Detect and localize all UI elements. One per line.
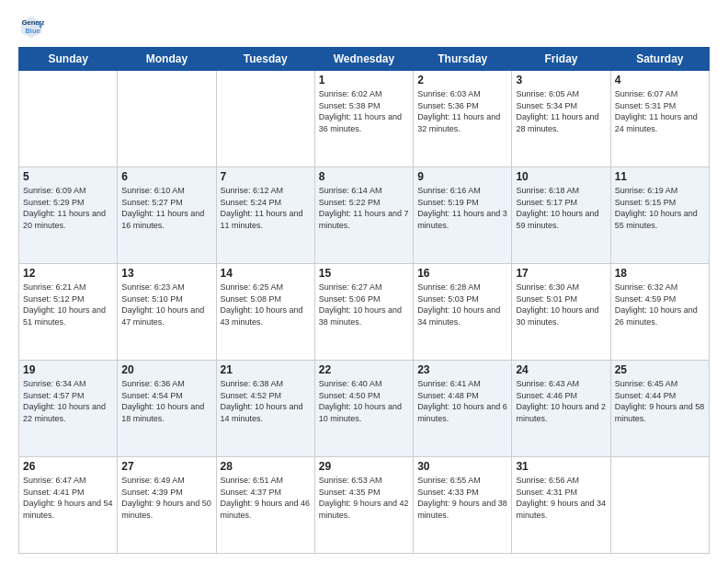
calendar-cell: 20Sunrise: 6:36 AMSunset: 4:54 PMDayligh… [118,361,216,457]
day-number: 27 [121,460,211,473]
cell-content: Sunrise: 6:45 AMSunset: 4:44 PMDaylight:… [615,378,705,424]
calendar-week-3: 12Sunrise: 6:21 AMSunset: 5:12 PMDayligh… [19,264,710,361]
page: General Blue SundayMondayTuesdayWednesda… [0,0,728,563]
calendar-cell: 21Sunrise: 6:38 AMSunset: 4:52 PMDayligh… [216,361,314,457]
cell-content: Sunrise: 6:47 AMSunset: 4:41 PMDaylight:… [23,475,113,521]
cell-content: Sunrise: 6:36 AMSunset: 4:54 PMDaylight:… [121,378,211,424]
calendar-cell: 3Sunrise: 6:05 AMSunset: 5:34 PMDaylight… [512,71,610,167]
calendar-cell: 11Sunrise: 6:19 AMSunset: 5:15 PMDayligh… [610,167,709,264]
day-number: 11 [615,170,705,183]
calendar-week-4: 19Sunrise: 6:34 AMSunset: 4:57 PMDayligh… [19,361,710,457]
cell-content: Sunrise: 6:16 AMSunset: 5:19 PMDaylight:… [417,185,507,231]
day-number: 2 [417,74,507,86]
day-number: 20 [121,363,211,376]
calendar-cell: 5Sunrise: 6:09 AMSunset: 5:29 PMDaylight… [19,167,118,264]
day-number: 5 [23,170,113,183]
cell-content: Sunrise: 6:12 AMSunset: 5:24 PMDaylight:… [221,185,311,231]
calendar-cell: 13Sunrise: 6:23 AMSunset: 5:10 PMDayligh… [118,264,216,361]
calendar-table: SundayMondayTuesdayWednesdayThursdayFrid… [18,47,710,554]
header: General Blue [18,14,710,40]
cell-content: Sunrise: 6:10 AMSunset: 5:27 PMDaylight:… [121,185,211,231]
cell-content: Sunrise: 6:55 AMSunset: 4:33 PMDaylight:… [417,475,507,521]
cell-content: Sunrise: 6:09 AMSunset: 5:29 PMDaylight:… [23,185,113,231]
svg-text:Blue: Blue [25,27,40,35]
cell-content: Sunrise: 6:23 AMSunset: 5:10 PMDaylight:… [121,282,211,327]
calendar-cell [216,71,314,167]
cell-content: Sunrise: 6:53 AMSunset: 4:35 PMDaylight:… [319,475,409,521]
day-number: 23 [417,363,507,376]
cell-content: Sunrise: 6:56 AMSunset: 4:31 PMDaylight:… [516,475,606,521]
cell-content: Sunrise: 6:27 AMSunset: 5:06 PMDaylight:… [319,282,409,327]
calendar-cell: 30Sunrise: 6:55 AMSunset: 4:33 PMDayligh… [414,457,512,554]
cell-content: Sunrise: 6:41 AMSunset: 4:48 PMDaylight:… [417,378,507,424]
cell-content: Sunrise: 6:51 AMSunset: 4:37 PMDaylight:… [221,475,311,521]
calendar-cell: 15Sunrise: 6:27 AMSunset: 5:06 PMDayligh… [314,264,413,361]
day-number: 17 [516,267,606,280]
calendar-cell: 17Sunrise: 6:30 AMSunset: 5:01 PMDayligh… [512,264,610,361]
day-header-saturday: Saturday [610,48,709,71]
day-number: 22 [319,363,409,376]
calendar-cell: 22Sunrise: 6:40 AMSunset: 4:50 PMDayligh… [314,361,413,457]
day-number: 14 [221,267,311,280]
day-number: 30 [417,460,507,473]
day-number: 4 [615,74,705,86]
cell-content: Sunrise: 6:43 AMSunset: 4:46 PMDaylight:… [516,378,606,424]
calendar-cell: 31Sunrise: 6:56 AMSunset: 4:31 PMDayligh… [512,457,610,554]
calendar-week-5: 26Sunrise: 6:47 AMSunset: 4:41 PMDayligh… [19,457,710,554]
calendar-week-2: 5Sunrise: 6:09 AMSunset: 5:29 PMDaylight… [19,167,710,264]
day-header-friday: Friday [512,48,610,71]
cell-content: Sunrise: 6:07 AMSunset: 5:31 PMDaylight:… [615,88,705,134]
calendar-cell: 26Sunrise: 6:47 AMSunset: 4:41 PMDayligh… [19,457,118,554]
calendar-cell: 10Sunrise: 6:18 AMSunset: 5:17 PMDayligh… [512,167,610,264]
logo: General Blue [18,14,48,40]
calendar-cell: 19Sunrise: 6:34 AMSunset: 4:57 PMDayligh… [19,361,118,457]
calendar-cell: 18Sunrise: 6:32 AMSunset: 4:59 PMDayligh… [610,264,709,361]
calendar-cell: 27Sunrise: 6:49 AMSunset: 4:39 PMDayligh… [118,457,216,554]
calendar-cell [610,457,709,554]
day-number: 10 [516,170,606,183]
calendar-cell: 6Sunrise: 6:10 AMSunset: 5:27 PMDaylight… [118,167,216,264]
calendar-cell [19,71,118,167]
day-number: 29 [319,460,409,473]
day-header-sunday: Sunday [19,48,118,71]
day-header-monday: Monday [118,48,216,71]
day-number: 9 [417,170,507,183]
cell-content: Sunrise: 6:03 AMSunset: 5:36 PMDaylight:… [417,88,507,134]
calendar-cell: 29Sunrise: 6:53 AMSunset: 4:35 PMDayligh… [314,457,413,554]
calendar-cell: 25Sunrise: 6:45 AMSunset: 4:44 PMDayligh… [610,361,709,457]
cell-content: Sunrise: 6:02 AMSunset: 5:38 PMDaylight:… [319,88,409,134]
day-number: 25 [615,363,705,376]
calendar-cell: 16Sunrise: 6:28 AMSunset: 5:03 PMDayligh… [414,264,512,361]
day-number: 13 [121,267,211,280]
cell-content: Sunrise: 6:25 AMSunset: 5:08 PMDaylight:… [221,282,311,327]
day-number: 19 [23,363,113,376]
cell-content: Sunrise: 6:21 AMSunset: 5:12 PMDaylight:… [23,282,113,327]
cell-content: Sunrise: 6:18 AMSunset: 5:17 PMDaylight:… [516,185,606,231]
cell-content: Sunrise: 6:05 AMSunset: 5:34 PMDaylight:… [516,88,606,134]
calendar-cell: 1Sunrise: 6:02 AMSunset: 5:38 PMDaylight… [314,71,413,167]
day-number: 6 [121,170,211,183]
cell-content: Sunrise: 6:38 AMSunset: 4:52 PMDaylight:… [221,378,311,424]
day-number: 18 [615,267,705,280]
cell-content: Sunrise: 6:28 AMSunset: 5:03 PMDaylight:… [417,282,507,327]
calendar-cell: 2Sunrise: 6:03 AMSunset: 5:36 PMDaylight… [414,71,512,167]
cell-content: Sunrise: 6:34 AMSunset: 4:57 PMDaylight:… [23,378,113,424]
calendar-cell: 14Sunrise: 6:25 AMSunset: 5:08 PMDayligh… [216,264,314,361]
calendar-cell: 24Sunrise: 6:43 AMSunset: 4:46 PMDayligh… [512,361,610,457]
calendar-cell: 23Sunrise: 6:41 AMSunset: 4:48 PMDayligh… [414,361,512,457]
day-number: 21 [221,363,311,376]
calendar-cell: 4Sunrise: 6:07 AMSunset: 5:31 PMDaylight… [610,71,709,167]
day-number: 24 [516,363,606,376]
calendar-cell: 12Sunrise: 6:21 AMSunset: 5:12 PMDayligh… [19,264,118,361]
cell-content: Sunrise: 6:49 AMSunset: 4:39 PMDaylight:… [121,475,211,521]
day-number: 8 [319,170,409,183]
cell-content: Sunrise: 6:19 AMSunset: 5:15 PMDaylight:… [615,185,705,231]
day-number: 12 [23,267,113,280]
day-number: 7 [221,170,311,183]
day-number: 1 [319,74,409,86]
day-number: 31 [516,460,606,473]
calendar-cell: 7Sunrise: 6:12 AMSunset: 5:24 PMDaylight… [216,167,314,264]
cell-content: Sunrise: 6:40 AMSunset: 4:50 PMDaylight:… [319,378,409,424]
day-header-wednesday: Wednesday [314,48,413,71]
day-header-tuesday: Tuesday [216,48,314,71]
